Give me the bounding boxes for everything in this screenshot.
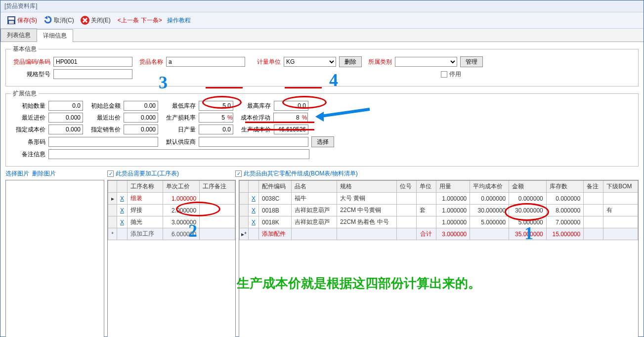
prev-link[interactable]: <上一条 xyxy=(118,16,139,25)
cancel-button[interactable]: 取消(C) xyxy=(41,14,76,26)
row-selector[interactable] xyxy=(240,205,249,216)
col-bom-amt[interactable]: 金额 xyxy=(509,181,546,193)
cell-proc-price[interactable]: 3.000000 xyxy=(163,216,199,228)
row-selector[interactable] xyxy=(240,216,249,228)
cell-bom-sub[interactable]: 有 xyxy=(603,205,638,216)
cell-bom-qty[interactable]: 1.000000 xyxy=(436,205,470,216)
prod-cost-input[interactable] xyxy=(274,125,308,134)
proc-checkbox[interactable]: ✓ 此货品需要加工(工序表) xyxy=(107,169,179,178)
col-bom-stock[interactable]: 库存数 xyxy=(546,181,583,193)
col-proc-name[interactable]: 工序名称 xyxy=(128,181,163,193)
select-image-link[interactable]: 选择图片 xyxy=(5,169,29,178)
cell-bom-unit[interactable] xyxy=(416,193,436,205)
cell-bom-name[interactable]: 吉祥如意葫芦 xyxy=(292,205,337,216)
cell-proc-name[interactable]: 组装 xyxy=(128,193,163,205)
category-select[interactable] xyxy=(395,57,457,67)
row-selector[interactable]: ▸ xyxy=(108,193,117,205)
unit-select[interactable]: KG xyxy=(284,57,336,67)
cost-float-input[interactable] xyxy=(273,113,308,123)
cell-bom-pos[interactable] xyxy=(396,205,416,216)
last-in-input[interactable] xyxy=(48,113,83,123)
cell-bom-name[interactable]: 福牛 xyxy=(292,193,337,205)
cell-bom-unit[interactable] xyxy=(416,216,436,228)
delete-row-link[interactable]: X xyxy=(249,216,259,228)
cell-bom-unit[interactable]: 套 xyxy=(416,205,436,216)
cell-bom-name[interactable]: 吉祥如意葫芦 xyxy=(292,216,337,228)
cell-proc-price[interactable]: 2.000000 xyxy=(163,205,199,216)
cell-proc-remark[interactable] xyxy=(200,205,235,216)
cell-bom-amt[interactable]: 30.000000 xyxy=(509,205,546,216)
delete-row-link[interactable]: X xyxy=(117,205,128,216)
cell-bom-stock[interactable]: 7.000000 xyxy=(546,216,583,228)
spec-input[interactable] xyxy=(53,69,132,79)
max-stock-input[interactable] xyxy=(274,101,308,111)
daily-prod-input[interactable] xyxy=(199,125,233,134)
row-selector[interactable] xyxy=(108,205,117,216)
cell-bom-avg[interactable]: 5.000000 xyxy=(470,216,509,228)
cell-bom-code[interactable]: 0018K xyxy=(259,216,292,228)
cell-bom-avg[interactable]: 0.000000 xyxy=(470,193,509,205)
cell-bom-amt[interactable]: 0.000000 xyxy=(509,193,546,205)
remark-input[interactable] xyxy=(48,149,309,159)
delete-row-link[interactable]: X xyxy=(117,193,128,205)
cell-bom-qty[interactable]: 1.000000 xyxy=(436,216,470,228)
last-out-input[interactable] xyxy=(124,113,158,123)
name-input[interactable] xyxy=(166,57,245,67)
col-bom-pos[interactable]: 位号 xyxy=(396,181,416,193)
col-proc-remark[interactable]: 工序备注 xyxy=(200,181,235,193)
table-row[interactable]: X抛光3.000000 xyxy=(108,216,235,228)
cell-bom-remark[interactable] xyxy=(584,205,603,216)
delete-row-link[interactable]: X xyxy=(117,216,128,228)
save-button[interactable]: 保存(S) xyxy=(4,14,39,26)
disable-checkbox[interactable]: 停用 xyxy=(441,70,461,79)
delete-row-link[interactable]: X xyxy=(249,193,259,205)
delete-image-link[interactable]: 删除图片 xyxy=(32,169,56,178)
code-input[interactable] xyxy=(53,57,132,67)
cell-bom-code[interactable]: 0018B xyxy=(259,205,292,216)
supplier-input[interactable] xyxy=(199,137,308,147)
col-bom-unit[interactable]: 单位 xyxy=(416,181,436,193)
bom-summary-row[interactable]: ▸*添加配件合计3.00000035.00000015.000000 xyxy=(240,228,638,240)
assign-cost-input[interactable] xyxy=(48,125,83,134)
bom-checkbox[interactable]: ✓ 此货品由其它零配件组成(BOM表/物料清单) xyxy=(235,169,358,178)
tutorial-link[interactable]: 操作教程 xyxy=(167,16,191,25)
cell-bom-remark[interactable] xyxy=(584,193,603,205)
cell-bom-qty[interactable]: 1.000000 xyxy=(436,193,470,205)
cell-bom-amt[interactable]: 5.000000 xyxy=(509,216,546,228)
cell-bom-avg[interactable]: 30.000000 xyxy=(470,205,509,216)
cell-bom-spec[interactable]: 22CM 热着色 中号 xyxy=(337,216,397,228)
cell-bom-remark[interactable] xyxy=(584,216,603,228)
barcode-input[interactable] xyxy=(48,137,158,147)
cell-proc-remark[interactable] xyxy=(200,216,235,228)
row-selector[interactable] xyxy=(240,193,249,205)
table-row[interactable]: X0018K吉祥如意葫芦22CM 热着色 中号1.0000005.0000005… xyxy=(240,216,638,228)
cell-bom-sub[interactable] xyxy=(603,193,638,205)
cell-bom-sub[interactable] xyxy=(603,216,638,228)
add-process-row[interactable]: *添加工序6.000000 xyxy=(108,228,235,240)
assign-sale-input[interactable] xyxy=(124,125,158,134)
tab-list[interactable]: 列表信息 xyxy=(0,29,37,42)
cell-bom-stock[interactable]: 0.000000 xyxy=(546,193,583,205)
cell-bom-spec[interactable]: 22CM 中号黄铜 xyxy=(337,205,397,216)
col-bom-spec[interactable]: 规格 xyxy=(337,181,397,193)
col-bom-sub[interactable]: 下级BOM xyxy=(603,181,638,193)
next-link[interactable]: 下一条> xyxy=(141,16,162,25)
tab-detail[interactable]: 详细信息 xyxy=(37,29,73,42)
delete-unit-button[interactable]: 删除 xyxy=(339,56,362,67)
col-bom-avg[interactable]: 平均成本价 xyxy=(470,181,509,193)
col-bom-name[interactable]: 品名 xyxy=(292,181,337,193)
init-qty-input[interactable] xyxy=(48,101,83,111)
col-bom-remark[interactable]: 备注 xyxy=(584,181,603,193)
cell-bom-pos[interactable] xyxy=(396,216,416,228)
min-stock-input[interactable] xyxy=(199,101,233,111)
col-bom-qty[interactable]: 用量 xyxy=(436,181,470,193)
loss-rate-input[interactable] xyxy=(199,113,233,123)
row-selector[interactable] xyxy=(108,216,117,228)
cell-proc-name[interactable]: 抛光 xyxy=(128,216,163,228)
manage-button[interactable]: 管理 xyxy=(460,56,483,67)
col-bom-code[interactable]: 配件编码 xyxy=(259,181,292,193)
cell-bom-stock[interactable]: 8.000000 xyxy=(546,205,583,216)
cell-proc-remark[interactable] xyxy=(200,193,235,205)
init-amt-input[interactable] xyxy=(124,101,158,111)
col-proc-price[interactable]: 单次工价 xyxy=(163,181,199,193)
